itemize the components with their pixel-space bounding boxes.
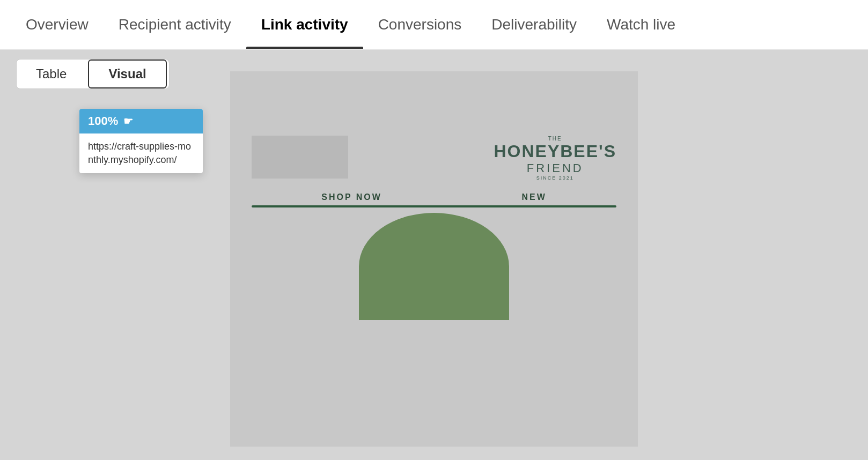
nav-tabs: Overview Recipient activity Link activit… [0,0,868,49]
shop-row: SHOP NOW NEW [230,184,638,205]
brand-sub-text: FRIEND [494,161,616,175]
email-top-section [230,71,638,125]
visual-view-button[interactable]: Visual [88,60,166,88]
tab-conversions[interactable]: Conversions [363,0,477,49]
brand-since-text: SINCE 2021 [494,175,616,181]
circular-product-image [359,213,509,320]
link-tooltip-popup: 100% ☛ https://craft-supplies-monthly.my… [79,109,203,173]
tab-link-activity[interactable]: Link activity [246,0,363,49]
cursor-icon: ☛ [123,115,133,128]
tooltip-header: 100% ☛ [79,109,203,133]
tab-recipient-activity[interactable]: Recipient activity [104,0,246,49]
tab-deliverability[interactable]: Deliverability [476,0,592,49]
new-label: NEW [521,192,546,202]
brand-top-text: THE [494,136,616,142]
circle-image-area [230,213,638,320]
main-content-area: THE HONEYBEE'S FRIEND SINCE 2021 SHOP NO… [0,50,868,460]
shop-now-label: SHOP NOW [321,192,382,202]
brand-main-text: HONEYBEE'S [494,142,616,161]
tab-watch-live[interactable]: Watch live [592,0,690,49]
tooltip-url: https://craft-supplies-monthly.myshopify… [79,133,203,173]
tooltip-percentage: 100% [88,114,118,128]
table-view-button[interactable]: Table [17,60,86,88]
progress-bar [252,205,616,207]
email-brand-section: THE HONEYBEE'S FRIEND SINCE 2021 [230,125,638,184]
email-preview-card: THE HONEYBEE'S FRIEND SINCE 2021 SHOP NO… [230,71,638,447]
tab-overview[interactable]: Overview [11,0,104,49]
brand-text-block: THE HONEYBEE'S FRIEND SINCE 2021 [494,136,616,181]
view-toggle: Table Visual [16,59,170,89]
